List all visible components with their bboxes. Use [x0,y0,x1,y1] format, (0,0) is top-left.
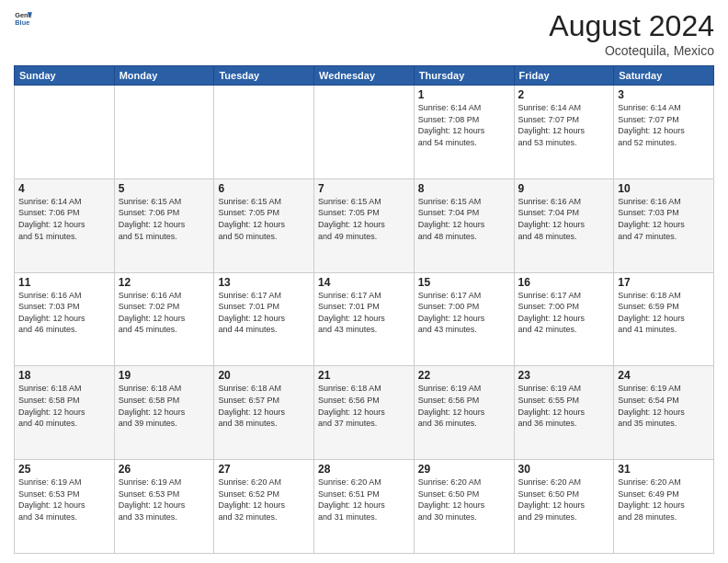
day-info: Sunrise: 6:20 AM Sunset: 6:50 PM Dayligh… [518,477,610,523]
calendar-cell: 13Sunrise: 6:17 AM Sunset: 7:01 PM Dayli… [214,272,314,366]
calendar-cell: 5Sunrise: 6:15 AM Sunset: 7:06 PM Daylig… [114,178,214,272]
calendar-cell [15,86,115,179]
day-info: Sunrise: 6:15 AM Sunset: 7:05 PM Dayligh… [318,196,410,242]
day-number: 24 [618,369,710,382]
calendar-cell: 12Sunrise: 6:16 AM Sunset: 7:02 PM Dayli… [114,272,214,366]
day-number: 12 [119,276,210,289]
day-info: Sunrise: 6:19 AM Sunset: 6:56 PM Dayligh… [418,383,510,429]
header-row: Sunday Monday Tuesday Wednesday Thursday… [15,66,714,86]
calendar-cell: 1Sunrise: 6:14 AM Sunset: 7:08 PM Daylig… [414,86,514,179]
col-tuesday: Tuesday [214,66,314,86]
week-row-4: 18Sunrise: 6:18 AM Sunset: 6:58 PM Dayli… [15,366,714,460]
week-row-5: 25Sunrise: 6:19 AM Sunset: 6:53 PM Dayli… [15,460,714,554]
calendar-cell: 18Sunrise: 6:18 AM Sunset: 6:58 PM Dayli… [15,366,115,460]
day-info: Sunrise: 6:19 AM Sunset: 6:53 PM Dayligh… [18,477,110,523]
col-monday: Monday [114,66,214,86]
day-info: Sunrise: 6:14 AM Sunset: 7:06 PM Dayligh… [18,196,110,242]
calendar-cell: 27Sunrise: 6:20 AM Sunset: 6:52 PM Dayli… [214,460,314,554]
svg-text:Blue: Blue [15,18,29,27]
calendar-cell: 29Sunrise: 6:20 AM Sunset: 6:50 PM Dayli… [414,460,514,554]
calendar-cell [114,86,214,179]
day-number: 7 [318,182,410,195]
header: General Blue August 2024 Ocotequila, Mex… [14,9,714,58]
day-number: 28 [318,463,410,476]
calendar-cell: 24Sunrise: 6:19 AM Sunset: 6:54 PM Dayli… [614,366,714,460]
col-sunday: Sunday [15,66,115,86]
col-saturday: Saturday [614,66,714,86]
calendar-cell [314,86,415,179]
calendar-cell: 28Sunrise: 6:20 AM Sunset: 6:51 PM Dayli… [314,460,415,554]
day-info: Sunrise: 6:20 AM Sunset: 6:50 PM Dayligh… [418,477,510,523]
logo: General Blue [14,9,32,28]
calendar-cell: 10Sunrise: 6:16 AM Sunset: 7:03 PM Dayli… [614,178,714,272]
day-info: Sunrise: 6:19 AM Sunset: 6:54 PM Dayligh… [618,383,710,429]
day-number: 1 [418,88,510,101]
main-title: August 2024 [549,9,714,43]
calendar-cell: 11Sunrise: 6:16 AM Sunset: 7:03 PM Dayli… [15,272,115,366]
col-wednesday: Wednesday [314,66,415,86]
day-info: Sunrise: 6:15 AM Sunset: 7:06 PM Dayligh… [119,196,210,242]
day-number: 6 [218,182,310,195]
day-info: Sunrise: 6:19 AM Sunset: 6:53 PM Dayligh… [119,477,210,523]
subtitle: Ocotequila, Mexico [549,43,714,58]
day-number: 18 [18,369,110,382]
day-info: Sunrise: 6:20 AM Sunset: 6:49 PM Dayligh… [618,477,710,523]
calendar-cell: 25Sunrise: 6:19 AM Sunset: 6:53 PM Dayli… [15,460,115,554]
day-number: 16 [518,276,610,289]
day-info: Sunrise: 6:16 AM Sunset: 7:02 PM Dayligh… [119,290,210,336]
day-info: Sunrise: 6:14 AM Sunset: 7:08 PM Dayligh… [418,102,510,148]
day-number: 31 [618,463,710,476]
calendar-cell: 31Sunrise: 6:20 AM Sunset: 6:49 PM Dayli… [614,460,714,554]
title-area: August 2024 Ocotequila, Mexico [549,9,714,58]
day-info: Sunrise: 6:18 AM Sunset: 6:58 PM Dayligh… [119,383,210,429]
calendar-cell: 8Sunrise: 6:15 AM Sunset: 7:04 PM Daylig… [414,178,514,272]
day-number: 8 [418,182,510,195]
day-info: Sunrise: 6:14 AM Sunset: 7:07 PM Dayligh… [618,102,710,148]
day-number: 13 [218,276,310,289]
day-number: 2 [518,88,610,101]
day-info: Sunrise: 6:16 AM Sunset: 7:04 PM Dayligh… [518,196,610,242]
day-number: 30 [518,463,610,476]
calendar-cell [214,86,314,179]
day-info: Sunrise: 6:14 AM Sunset: 7:07 PM Dayligh… [518,102,610,148]
calendar-cell: 9Sunrise: 6:16 AM Sunset: 7:04 PM Daylig… [514,178,614,272]
day-info: Sunrise: 6:17 AM Sunset: 7:00 PM Dayligh… [518,290,610,336]
calendar-cell: 22Sunrise: 6:19 AM Sunset: 6:56 PM Dayli… [414,366,514,460]
day-number: 5 [119,182,210,195]
day-number: 25 [18,463,110,476]
calendar-cell: 21Sunrise: 6:18 AM Sunset: 6:56 PM Dayli… [314,366,415,460]
day-number: 9 [518,182,610,195]
day-number: 27 [218,463,310,476]
day-info: Sunrise: 6:18 AM Sunset: 6:57 PM Dayligh… [218,383,310,429]
day-number: 17 [618,276,710,289]
calendar-cell: 2Sunrise: 6:14 AM Sunset: 7:07 PM Daylig… [514,86,614,179]
calendar-table: Sunday Monday Tuesday Wednesday Thursday… [14,65,714,554]
day-number: 14 [318,276,410,289]
calendar-cell: 16Sunrise: 6:17 AM Sunset: 7:00 PM Dayli… [514,272,614,366]
calendar-cell: 23Sunrise: 6:19 AM Sunset: 6:55 PM Dayli… [514,366,614,460]
day-info: Sunrise: 6:15 AM Sunset: 7:05 PM Dayligh… [218,196,310,242]
day-number: 10 [618,182,710,195]
day-info: Sunrise: 6:20 AM Sunset: 6:52 PM Dayligh… [218,477,310,523]
day-info: Sunrise: 6:17 AM Sunset: 7:01 PM Dayligh… [218,290,310,336]
day-info: Sunrise: 6:18 AM Sunset: 6:58 PM Dayligh… [18,383,110,429]
day-info: Sunrise: 6:17 AM Sunset: 7:00 PM Dayligh… [418,290,510,336]
week-row-2: 4Sunrise: 6:14 AM Sunset: 7:06 PM Daylig… [15,178,714,272]
day-number: 26 [119,463,210,476]
calendar-cell: 14Sunrise: 6:17 AM Sunset: 7:01 PM Dayli… [314,272,415,366]
calendar-cell: 17Sunrise: 6:18 AM Sunset: 6:59 PM Dayli… [614,272,714,366]
calendar-cell: 30Sunrise: 6:20 AM Sunset: 6:50 PM Dayli… [514,460,614,554]
day-number: 20 [218,369,310,382]
calendar-cell: 4Sunrise: 6:14 AM Sunset: 7:06 PM Daylig… [15,178,115,272]
day-number: 15 [418,276,510,289]
day-info: Sunrise: 6:19 AM Sunset: 6:55 PM Dayligh… [518,383,610,429]
day-number: 3 [618,88,710,101]
calendar-cell: 7Sunrise: 6:15 AM Sunset: 7:05 PM Daylig… [314,178,415,272]
calendar-cell: 6Sunrise: 6:15 AM Sunset: 7:05 PM Daylig… [214,178,314,272]
day-number: 23 [518,369,610,382]
day-info: Sunrise: 6:18 AM Sunset: 6:56 PM Dayligh… [318,383,410,429]
week-row-3: 11Sunrise: 6:16 AM Sunset: 7:03 PM Dayli… [15,272,714,366]
day-number: 11 [18,276,110,289]
day-number: 29 [418,463,510,476]
calendar-cell: 26Sunrise: 6:19 AM Sunset: 6:53 PM Dayli… [114,460,214,554]
